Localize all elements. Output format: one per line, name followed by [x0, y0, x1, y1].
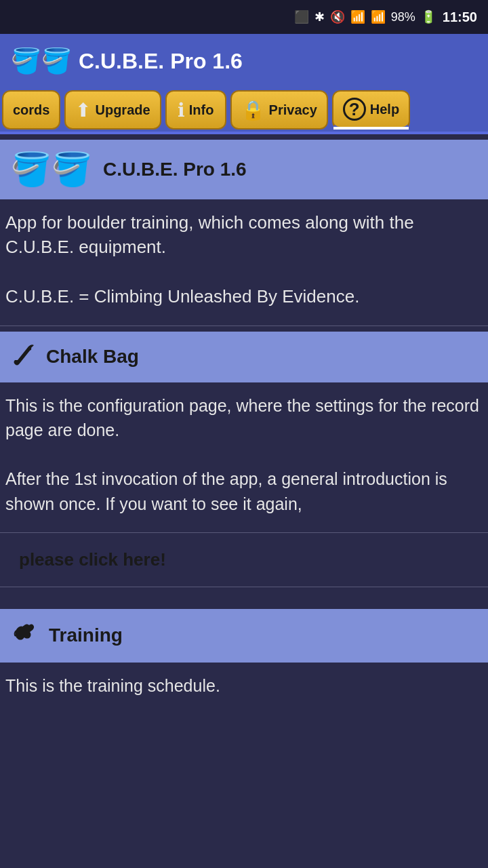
status-time: 11:50: [443, 9, 477, 25]
tab-info[interactable]: ℹ Info: [165, 90, 226, 130]
tab-help-label: Help: [370, 102, 399, 117]
tab-help[interactable]: ? Help: [332, 90, 410, 130]
app-info-card: 🪣🪣 C.U.B.E. Pro 1.6: [0, 140, 488, 199]
upgrade-icon: ⬆: [75, 99, 91, 121]
click-here-button[interactable]: please click here!: [5, 538, 180, 581]
tab-records-label: cords: [13, 102, 49, 118]
battery-percent: 98%: [391, 10, 415, 24]
lock-icon: 🔒: [241, 99, 265, 121]
training-header: Training: [0, 609, 488, 663]
info-icon: ℹ: [178, 99, 185, 121]
chalk-bag-text1: This is the configuration page, where th…: [0, 382, 488, 527]
app-desc-line1: App for boulder training, which comes al…: [5, 210, 483, 260]
muscle-icon: [11, 618, 39, 653]
status-bar: ⬛ ✱ 🔇 📶 📶 98% 🔋 11:50: [0, 0, 488, 34]
app-desc-line2: C.U.B.E. = Climbing Unleashed By Evidenc…: [5, 284, 483, 309]
tab-upgrade-label: Upgrade: [95, 102, 150, 118]
signal-icon: 📶: [371, 9, 386, 24]
tab-records[interactable]: cords: [2, 90, 60, 130]
main-content: 🪣🪣 C.U.B.E. Pro 1.6 App for boulder trai…: [0, 140, 488, 709]
svg-point-0: [15, 360, 19, 364]
app-header: 🪣🪣 C.U.B.E. Pro 1.6: [0, 34, 488, 88]
wrench-icon: [11, 341, 37, 373]
training-text: This is the training schedule.: [0, 663, 488, 709]
app-description: App for boulder training, which comes al…: [0, 199, 488, 320]
app-header-emoji: 🪣🪣: [11, 47, 72, 75]
bluetooth-icon: ✱: [314, 9, 325, 24]
tab-privacy-label: Privacy: [269, 102, 317, 118]
status-icons: ⬛ ✱ 🔇 📶 📶 98% 🔋: [294, 9, 436, 24]
tab-privacy[interactable]: 🔒 Privacy: [230, 90, 328, 130]
spacer: [0, 593, 488, 609]
app-header-title: C.U.B.E. Pro 1.6: [79, 49, 243, 74]
tab-bar: cords ⬆ Upgrade ℹ Info 🔒 Privacy ? Help: [0, 88, 488, 134]
battery-icon: 🔋: [421, 9, 436, 24]
help-icon: ?: [343, 98, 366, 121]
wifi-icon: 📶: [350, 9, 365, 24]
app-info-name: C.U.B.E. Pro 1.6: [103, 159, 247, 180]
divider-3: [0, 587, 488, 587]
divider-1: [0, 326, 488, 326]
screenshot-icon: ⬛: [294, 9, 309, 24]
chalk-bag-title: Chalk Bag: [46, 346, 139, 368]
divider-2: [0, 532, 488, 533]
tab-upgrade[interactable]: ⬆ Upgrade: [64, 90, 161, 130]
app-info-emoji: 🪣🪣: [11, 151, 92, 189]
tab-info-label: Info: [189, 102, 214, 118]
chalk-bag-header: Chalk Bag: [0, 332, 488, 382]
training-title: Training: [49, 625, 123, 646]
mute-icon: 🔇: [330, 9, 345, 24]
